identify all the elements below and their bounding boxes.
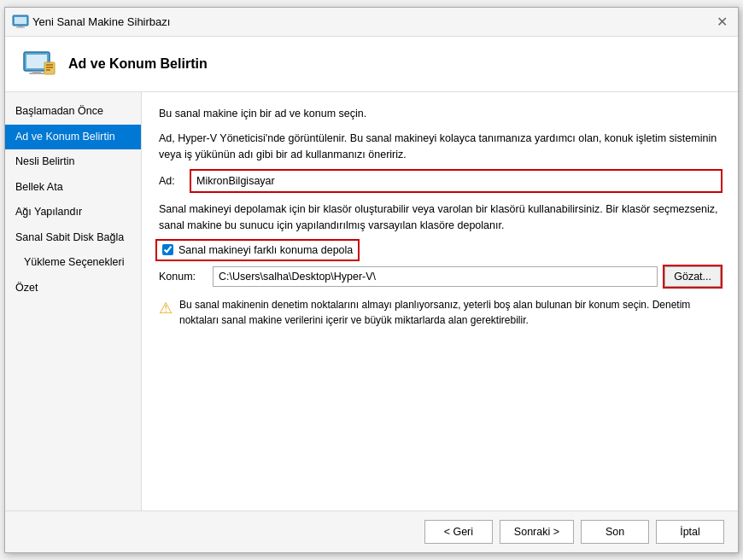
cancel-button[interactable]: İptal: [656, 520, 724, 544]
sidebar-item-ozet[interactable]: Özet: [5, 276, 141, 301]
title-bar: Yeni Sanal Makine Sihirbazı ✕: [5, 8, 738, 37]
name-label: Ad:: [159, 175, 184, 187]
sidebar-item-yukleme[interactable]: Yükleme Seçenekleri: [5, 250, 141, 276]
window-icon: [12, 15, 27, 30]
svg-rect-2: [18, 26, 23, 27]
window-title: Yeni Sanal Makine Sihirbazı: [32, 15, 713, 28]
header-icon: [22, 50, 56, 78]
sidebar: Başlamadan Önce Ad ve Konum Belirtin Nes…: [5, 92, 142, 510]
description-3: Sanal makineyi depolamak için bir klasör…: [159, 201, 721, 234]
svg-rect-11: [46, 69, 50, 71]
svg-rect-5: [26, 55, 47, 68]
svg-rect-10: [46, 67, 53, 68]
footer: < Geri Sonraki > Son İptal: [5, 510, 738, 552]
description-1: Bu sanal makine için bir ad ve konum seç…: [159, 106, 721, 122]
sidebar-item-nesil[interactable]: Nesli Belirtin: [5, 149, 141, 175]
location-input[interactable]: [213, 266, 658, 287]
svg-rect-9: [46, 64, 53, 66]
content-area: Başlamadan Önce Ad ve Konum Belirtin Nes…: [5, 92, 738, 510]
checkbox-label: Sanal makineyi farklı konuma depola: [178, 244, 353, 256]
main-panel: Bu sanal makine için bir ad ve konum seç…: [142, 92, 738, 510]
main-window: Yeni Sanal Makine Sihirbazı ✕ Ad ve Konu…: [4, 7, 739, 553]
different-location-checkbox[interactable]: [162, 244, 173, 255]
svg-rect-3: [16, 26, 25, 27]
back-button[interactable]: < Geri: [424, 520, 493, 544]
page-title: Ad ve Konum Belirtin: [68, 56, 208, 72]
sidebar-item-bellek[interactable]: Bellek Ata: [5, 175, 141, 201]
sidebar-item-ad-konum[interactable]: Ad ve Konum Belirtin: [5, 125, 141, 150]
svg-rect-7: [29, 73, 44, 74]
warning-text: Bu sanal makinenin denetim noktalarını a…: [179, 297, 721, 328]
name-input[interactable]: [191, 171, 721, 191]
browse-button[interactable]: Gözat...: [664, 266, 721, 287]
warning-icon: ⚠: [159, 299, 173, 318]
finish-button[interactable]: Son: [581, 520, 649, 544]
svg-rect-1: [15, 17, 26, 24]
sidebar-item-baslama[interactable]: Başlamadan Önce: [5, 99, 141, 125]
sidebar-item-disk[interactable]: Sanal Sabit Disk Bağla: [5, 225, 141, 251]
next-button[interactable]: Sonraki >: [500, 520, 574, 544]
page-header: Ad ve Konum Belirtin: [5, 37, 738, 92]
svg-rect-6: [32, 71, 41, 73]
close-button[interactable]: ✕: [713, 15, 731, 29]
location-row: Konum: Gözat...: [159, 266, 721, 287]
warning-box: ⚠ Bu sanal makinenin denetim noktalarını…: [159, 297, 721, 328]
sidebar-item-ag[interactable]: Ağı Yapılandır: [5, 200, 141, 225]
description-2: Ad, Hyper-V Yöneticisi'nde görüntülenir.…: [159, 131, 721, 163]
location-label: Konum:: [159, 271, 206, 283]
